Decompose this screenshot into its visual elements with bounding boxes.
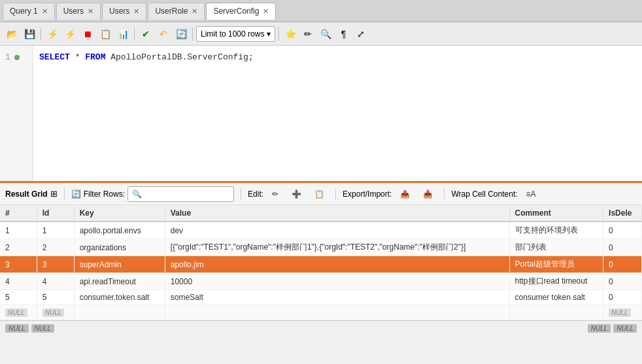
tab-query1-close[interactable]: ✕ [42,8,48,15]
save-button[interactable]: 💾 [22,26,37,42]
cell-key: consumer.token.salt [74,290,165,305]
tab-userrole[interactable]: UserRole ✕ [148,3,205,20]
col-num: # [0,205,37,222]
tab-users2[interactable]: Users ✕ [102,3,146,20]
result-grid-section: Result Grid ⊞ [5,189,58,199]
fullscreen-button[interactable]: ⤢ [353,26,369,42]
cell-id: 5 [37,290,74,305]
limit-dropdown-arrow: ▾ [267,29,271,39]
line-numbers: 1 [0,46,33,181]
tab-serverconfig-close[interactable]: ✕ [263,8,269,15]
sep-r4 [444,188,445,200]
filter-rows-label: Filter Rows: [84,190,125,199]
tab-users1-label: Users [63,7,84,16]
find-button[interactable]: 🔍 [318,26,333,42]
cell-value: 10000 [165,273,509,290]
edit-label: Edit: [248,190,263,199]
format-button[interactable]: ✏ [300,26,316,42]
sep-r3 [335,188,336,200]
cell-comment: 可支持的环境列表 [509,222,603,239]
tab-users1-close[interactable]: ✕ [88,8,93,15]
filter-section: 🔄 Filter Rows: 🔍 [71,186,234,202]
wrap-cell-button[interactable]: ≡A [522,188,541,201]
export-button[interactable]: 📤 [396,188,414,201]
tab-serverconfig-label: ServerConfig [213,7,259,16]
cell-isdelete: NULL [603,305,642,320]
tab-query1[interactable]: Query 1 ✕ [3,3,55,20]
col-id: Id [37,205,74,222]
result-panel: Result Grid ⊞ 🔄 Filter Rows: 🔍 Edit: ✏ ➕… [0,183,642,336]
table-header-row: # Id Key Value Comment IsDele [0,205,642,222]
line-number-1: 1 [5,51,10,64]
cell-num: NULL [0,305,37,320]
tab-bar: Query 1 ✕ Users ✕ Users ✕ UserRole ✕ Ser… [0,0,642,22]
result-table-wrap: # Id Key Value Comment IsDele 1 1 apollo… [0,205,642,320]
explain-button[interactable]: 📋 [97,26,113,42]
cell-num: 3 [0,256,37,273]
table-row[interactable]: 5 5 consumer.token.salt someSalt consume… [0,290,642,305]
add-row-button[interactable]: ➕ [287,188,306,201]
cell-id: NULL [37,305,74,320]
cell-value: [{"orgId":"TEST1","orgName":"样例部门1"},{"o… [165,239,509,256]
refresh-button[interactable]: 🔄 [173,26,189,42]
execute-selection-button[interactable]: ⚡ [62,26,78,42]
tab-serverconfig[interactable]: ServerConfig ✕ [206,3,276,20]
tab-users1[interactable]: Users ✕ [56,3,101,20]
bottom-null-1: NULL [5,324,29,333]
explain-row-button[interactable]: 📊 [115,26,131,42]
table-row[interactable]: 1 1 apollo.portal.envs dev 可支持的环境列表 0 [0,222,642,239]
bottom-null-4: NULL [613,324,637,333]
sql-table: ApolloPortalDB.ServerConfig; [110,52,253,62]
line-dot-1 [14,55,20,60]
wrap-cell-label: Wrap Cell Content: [451,190,517,199]
word-wrap-button[interactable]: ¶ [335,26,351,42]
filter-rows-icon: 🔄 [71,190,81,199]
separator-2 [134,27,135,41]
cell-value: apollo.jim [165,256,509,273]
result-table: # Id Key Value Comment IsDele 1 1 apollo… [0,205,642,320]
table-row[interactable]: 3 3 superAdmin apollo.jim Portal超级管理员 0 [0,256,642,273]
sep-r1 [64,188,65,200]
separator-3 [192,27,193,41]
stop-button[interactable]: ⏹ [80,26,95,42]
editor-content[interactable]: SELECT * FROM ApolloPortalDB.ServerConfi… [33,46,642,181]
table-row[interactable]: 4 4 api.readTimeout 10000 http接口read tim… [0,273,642,290]
export-import-label: Export/Import: [343,190,392,199]
cell-id: 4 [37,273,74,290]
bottom-bar: NULL NULL NULL NULL [0,320,642,336]
bottom-null-3: NULL [588,324,611,333]
cell-num: 1 [0,222,37,239]
separator-4 [279,27,279,41]
sql-from: FROM [85,52,105,62]
import-button[interactable]: 📥 [418,188,437,201]
edit-row-button[interactable]: ✏ [267,188,283,201]
bookmark-button[interactable]: ⭐ [282,26,298,42]
grid-icon: ⊞ [50,189,58,199]
cell-isdelete: 0 [603,222,642,239]
cell-num: 2 [0,239,37,256]
sep-r2 [241,188,241,200]
filter-input[interactable] [144,190,229,199]
cell-num: 4 [0,273,37,290]
cell-num: 5 [0,290,37,305]
cell-isdelete: 0 [603,256,642,273]
cell-comment: http接口read timeout [509,273,603,290]
delete-row-button[interactable]: 📋 [310,188,329,201]
open-file-button[interactable]: 📂 [4,26,20,42]
cell-isdelete: 0 [603,239,642,256]
filter-input-wrap[interactable]: 🔍 [127,186,234,202]
cell-value: dev [165,222,509,239]
cell-value [165,305,509,320]
result-toolbar: Result Grid ⊞ 🔄 Filter Rows: 🔍 Edit: ✏ ➕… [0,183,642,205]
cell-comment: Portal超级管理员 [509,256,603,273]
rollback-button[interactable]: ↶ [156,26,171,42]
limit-dropdown-label: Limit to 1000 rows [201,29,264,39]
tab-userrole-label: UserRole [155,7,188,16]
limit-dropdown[interactable]: Limit to 1000 rows ▾ [196,26,275,42]
table-row[interactable]: NULL NULL NULL [0,305,642,320]
table-row[interactable]: 2 2 organizations [{"orgId":"TEST1","org… [0,239,642,256]
tab-userrole-close[interactable]: ✕ [192,8,197,15]
execute-button[interactable]: ⚡ [44,26,60,42]
commit-button[interactable]: ✔ [138,26,154,42]
tab-users2-close[interactable]: ✕ [133,8,139,15]
